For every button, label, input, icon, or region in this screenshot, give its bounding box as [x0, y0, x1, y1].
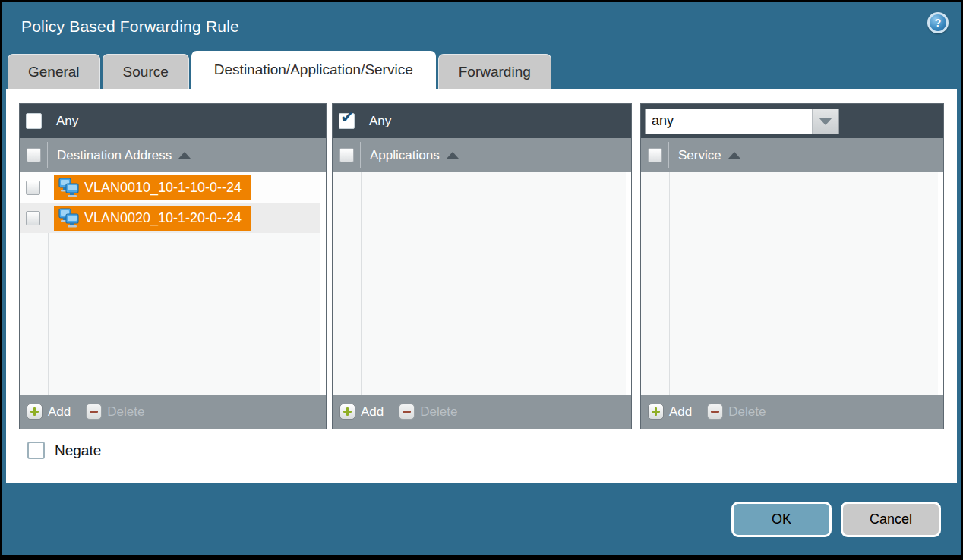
network-address-icon	[58, 178, 79, 197]
service-dropdown-button[interactable]	[812, 109, 839, 134]
delete-minus-icon	[86, 404, 102, 420]
tab-general[interactable]: General	[8, 54, 100, 89]
destination-address-column-header[interactable]: Destination Address	[20, 138, 326, 172]
applications-column-header[interactable]: Applications	[333, 138, 631, 172]
service-footer: Add Delete	[641, 395, 943, 429]
destination-any-checkbox[interactable]	[26, 113, 42, 129]
service-add-button[interactable]: Add	[648, 404, 692, 420]
tab-source[interactable]: Source	[103, 54, 189, 89]
tab-forwarding[interactable]: Forwarding	[438, 54, 551, 89]
applications-any-label: Any	[369, 114, 391, 129]
add-plus-icon	[648, 404, 664, 420]
network-address-icon	[58, 208, 79, 228]
checkmark-icon: ✔	[340, 109, 354, 126]
service-column-label: Service	[678, 148, 721, 163]
negate-checkbox[interactable]	[27, 442, 45, 459]
applications-footer: Add Delete	[333, 395, 631, 429]
policy-based-forwarding-rule-dialog: Policy Based Forwarding Rule ? General S…	[2, 2, 961, 555]
panels-container: Any Destination Address	[6, 89, 957, 429]
service-scrollbar-track[interactable]	[938, 172, 943, 395]
service-combobox	[645, 109, 839, 134]
applications-list	[333, 172, 631, 395]
destination-address-panel: Any Destination Address	[19, 103, 327, 429]
help-icon: ?	[930, 14, 946, 31]
column-separator	[360, 142, 361, 168]
service-list	[641, 172, 943, 395]
destination-scrollbar-track[interactable]	[320, 172, 326, 395]
service-dropdown-bar	[641, 104, 943, 138]
destination-any-label: Any	[56, 114, 78, 129]
tab-destination-application-service[interactable]: Destination/Application/Service	[191, 51, 436, 89]
add-plus-icon	[27, 404, 43, 420]
applications-select-all-checkbox[interactable]	[339, 148, 354, 162]
negate-row: Negate	[27, 442, 957, 459]
destination-footer: Add Delete	[20, 395, 326, 429]
destination-row-2-object[interactable]: VLAN0020_10-1-20-0--24	[54, 206, 251, 231]
destination-select-all-checkbox[interactable]	[27, 148, 41, 162]
delete-minus-icon	[707, 404, 723, 420]
destination-row-2-checkbox[interactable]	[26, 211, 40, 225]
delete-label: Delete	[420, 404, 457, 420]
destination-row-1[interactable]: VLAN0010_10-1-10-0--24	[20, 172, 326, 203]
sort-ascending-icon	[178, 152, 191, 159]
add-label: Add	[48, 404, 71, 420]
applications-any-bar: ✔ Any	[333, 104, 631, 138]
destination-row-2-label: VLAN0020_10-1-20-0--24	[84, 210, 242, 226]
destination-row-1-label: VLAN0010_10-1-10-0--24	[84, 180, 242, 196]
help-button[interactable]: ?	[927, 12, 949, 33]
dialog-titlebar: Policy Based Forwarding Rule ?	[2, 2, 961, 51]
applications-add-button[interactable]: Add	[339, 404, 384, 420]
column-separator	[668, 142, 669, 168]
destination-add-button[interactable]: Add	[27, 404, 71, 420]
column-separator	[47, 142, 48, 168]
delete-label: Delete	[107, 404, 144, 420]
service-select-all-checkbox[interactable]	[648, 148, 662, 162]
add-plus-icon	[339, 404, 355, 420]
delete-label: Delete	[728, 404, 766, 420]
dialog-title: Policy Based Forwarding Rule	[21, 17, 239, 36]
destination-delete-button[interactable]: Delete	[86, 404, 144, 420]
sort-ascending-icon	[728, 152, 740, 159]
applications-column-label: Applications	[370, 148, 440, 163]
applications-scrollbar-track[interactable]	[626, 172, 631, 395]
add-label: Add	[669, 404, 692, 420]
destination-address-column-label: Destination Address	[57, 148, 172, 163]
destination-any-bar: Any	[20, 104, 326, 138]
cancel-button[interactable]: Cancel	[841, 502, 941, 537]
sort-ascending-icon	[447, 152, 459, 159]
service-dropdown-input[interactable]	[645, 109, 812, 134]
dialog-footer: OK Cancel	[2, 483, 961, 555]
negate-label: Negate	[55, 442, 101, 459]
destination-address-list: VLAN0010_10-1-10-0--24	[20, 172, 326, 395]
service-delete-button[interactable]: Delete	[707, 404, 766, 420]
applications-delete-button[interactable]: Delete	[399, 404, 457, 420]
service-panel: Service Add Delete	[640, 103, 944, 429]
chevron-down-icon	[819, 118, 832, 125]
applications-panel: ✔ Any Applications Add	[332, 103, 632, 429]
applications-any-checkbox[interactable]: ✔	[339, 113, 355, 129]
delete-minus-icon	[399, 404, 415, 420]
add-label: Add	[361, 404, 384, 420]
destination-row-2[interactable]: VLAN0020_10-1-20-0--24	[20, 203, 326, 233]
tab-content-area: Any Destination Address	[6, 89, 957, 483]
destination-row-1-object[interactable]: VLAN0010_10-1-10-0--24	[54, 175, 251, 200]
service-column-header[interactable]: Service	[641, 138, 943, 172]
ok-button[interactable]: OK	[731, 502, 832, 537]
destination-row-1-checkbox[interactable]	[26, 181, 40, 195]
tab-bar: General Source Destination/Application/S…	[2, 51, 961, 89]
